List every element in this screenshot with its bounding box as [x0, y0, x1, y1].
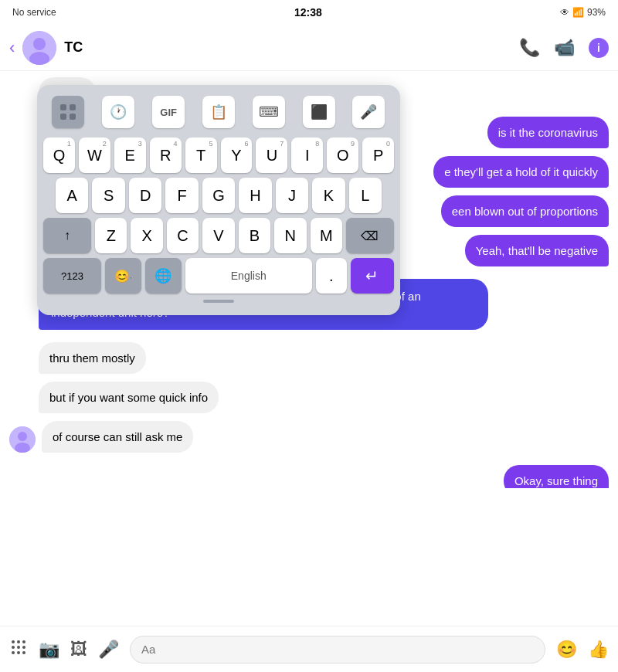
svg-point-17 [17, 640, 20, 643]
emoji-button[interactable]: 😊 [556, 640, 577, 660]
voice-icon[interactable]: 🎤 [98, 640, 119, 660]
message-bubble: but if you want some quick info [39, 382, 219, 413]
kb-apps-button[interactable] [52, 96, 84, 128]
key-y[interactable]: Y6 [221, 137, 253, 173]
status-icons: 👁 📶 93% [560, 7, 606, 18]
num-switch-key[interactable]: ?123 [43, 258, 101, 294]
emoji-key[interactable]: 😊, [105, 258, 141, 294]
svg-rect-14 [60, 114, 66, 120]
key-r[interactable]: R4 [150, 137, 182, 173]
status-time: 12:38 [294, 6, 322, 19]
message-bubble: thru them mostly [39, 342, 146, 374]
key-g[interactable]: G [202, 178, 235, 213]
key-s[interactable]: S [92, 178, 124, 213]
key-k[interactable]: K [312, 178, 345, 213]
svg-point-4 [18, 432, 27, 441]
key-l[interactable]: L [349, 178, 382, 213]
back-button[interactable]: ‹ [9, 38, 15, 58]
message-row: Okay, sure thing [9, 465, 609, 488]
message-bubble: een blown out of proportions [441, 195, 609, 227]
key-d[interactable]: D [129, 178, 161, 213]
key-b[interactable]: B [239, 218, 270, 253]
info-button[interactable]: i [589, 38, 609, 58]
contact-avatar [22, 31, 56, 65]
svg-point-24 [22, 651, 25, 654]
svg-point-1 [33, 38, 46, 50]
svg-point-16 [12, 640, 15, 643]
key-w[interactable]: W2 [79, 137, 110, 173]
key-h[interactable]: H [239, 178, 271, 213]
keyboard-row-1: Q1 W2 E3 R4 T5 Y6 U7 I8 O9 P0 [43, 137, 394, 173]
key-a[interactable]: A [56, 178, 88, 213]
video-button[interactable]: 📹 [554, 38, 575, 58]
message-bubble: Yeah, that'll be negative [465, 235, 609, 266]
svg-point-21 [22, 646, 25, 649]
message-row: but if you want some quick info [9, 382, 609, 413]
keyboard-row-2: A S D F G H J K L [43, 178, 394, 213]
key-e[interactable]: E3 [114, 137, 146, 173]
like-button[interactable]: 👍 [588, 640, 609, 660]
key-j[interactable]: J [276, 178, 308, 213]
key-u[interactable]: U7 [256, 137, 287, 173]
message-row: of course can still ask me [9, 421, 609, 453]
key-x[interactable]: X [131, 218, 162, 253]
svg-point-22 [12, 651, 15, 654]
delete-key[interactable]: ⌫ [346, 218, 394, 253]
signal-icon: 📶 [572, 7, 584, 18]
svg-rect-12 [60, 104, 66, 110]
kb-switch-button[interactable]: ⌨ [253, 96, 285, 128]
message-bubble: of course can still ask me [42, 421, 193, 453]
call-button[interactable]: 📞 [519, 38, 540, 58]
keyboard-row-3: ↑ Z X C V B N M ⌫ [43, 218, 394, 253]
key-f[interactable]: F [165, 178, 198, 213]
key-n[interactable]: N [274, 218, 306, 253]
sender-avatar [9, 426, 36, 453]
key-t[interactable]: T5 [185, 137, 217, 173]
keyboard-toolbar: 🕐 GIF 📋 ⌨ ⬛ 🎤 [43, 93, 394, 131]
kb-hide-button[interactable]: ⬛ [303, 96, 335, 128]
battery-icon: 93% [587, 7, 606, 18]
kb-clipboard-button[interactable]: 📋 [202, 96, 235, 128]
message-bubble: e they'll get a hold of it quickly [433, 156, 609, 188]
kb-mic-button[interactable]: 🎤 [352, 96, 385, 128]
kb-gif-button[interactable]: GIF [152, 96, 185, 128]
message-input[interactable] [130, 636, 545, 664]
keyboard-handle [203, 300, 234, 303]
svg-point-19 [12, 646, 15, 649]
kb-emoji-recent-button[interactable]: 🕐 [102, 96, 134, 128]
enter-key[interactable]: ↵ [351, 258, 394, 294]
status-bar: No service 12:38 👁 📶 93% [0, 0, 618, 25]
key-q[interactable]: Q1 [43, 137, 75, 173]
key-o[interactable]: O9 [327, 137, 358, 173]
message-row: thru them mostly [9, 342, 609, 374]
svg-rect-15 [70, 114, 76, 120]
keyboard-overlay: 🕐 GIF 📋 ⌨ ⬛ 🎤 Q1 W2 E3 R4 T5 Y6 U7 I8 O9… [37, 85, 400, 315]
space-key[interactable]: English [185, 258, 312, 294]
chat-header: ‹ TC 📞 📹 i [0, 25, 618, 71]
keyboard-row-4: ?123 😊, 🌐 English . ↵ [43, 258, 394, 294]
carrier-label: No service [12, 7, 56, 18]
camera-icon[interactable]: 📷 [39, 640, 59, 660]
key-m[interactable]: M [311, 218, 342, 253]
key-p[interactable]: P0 [362, 137, 394, 173]
contact-name: TC [64, 39, 519, 56]
message-bubble: Okay, sure thing [504, 465, 609, 488]
input-bar: 📷 🖼 🎤 😊 👍 [0, 626, 618, 672]
eye-icon: 👁 [560, 7, 569, 18]
gallery-icon[interactable]: 🖼 [70, 640, 87, 660]
key-z[interactable]: Z [95, 218, 127, 253]
shift-key[interactable]: ↑ [43, 218, 91, 253]
svg-point-23 [17, 651, 20, 654]
svg-rect-13 [70, 104, 76, 110]
apps-icon[interactable] [9, 638, 28, 661]
key-v[interactable]: V [202, 218, 234, 253]
message-bubble: is it the coronavirus [487, 117, 609, 148]
svg-point-20 [17, 646, 20, 649]
globe-key[interactable]: 🌐 [145, 258, 182, 294]
key-i[interactable]: I8 [291, 137, 323, 173]
period-key[interactable]: . [316, 258, 347, 294]
key-c[interactable]: C [167, 218, 199, 253]
svg-point-18 [22, 640, 25, 643]
header-actions: 📞 📹 i [519, 38, 609, 58]
